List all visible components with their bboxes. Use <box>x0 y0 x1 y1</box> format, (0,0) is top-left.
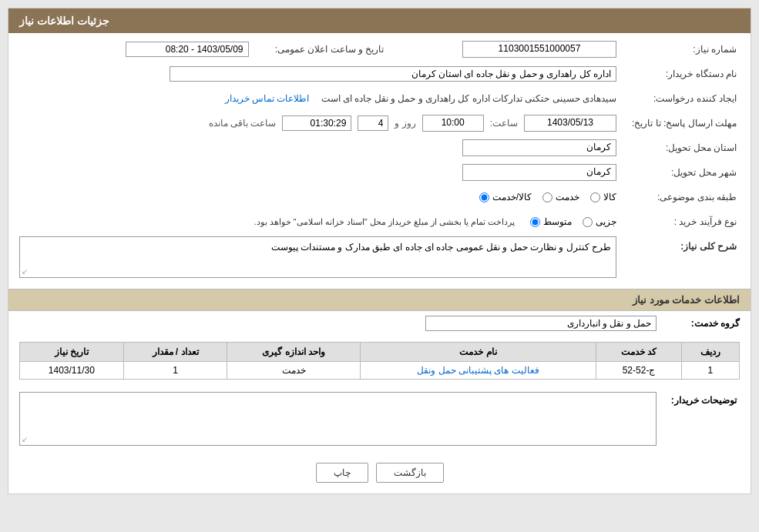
col-service-name: نام خدمت <box>360 343 596 362</box>
description-box: طرح کنترل و نظارت حمل و نقل عمومی جاده ا… <box>19 236 616 278</box>
deadline-days-input: 4 <box>358 115 388 131</box>
category-both-radio[interactable] <box>479 192 489 202</box>
purchase-motavasset-option[interactable]: متوسط <box>530 216 572 227</box>
category-kala-option[interactable]: کالا <box>590 192 616 202</box>
category-kala-khedmat-label: کالا/خدمت <box>492 192 532 202</box>
deadline-time-label: ساعت: <box>490 118 518 129</box>
province-input: کرمان <box>462 139 616 156</box>
creator-label: ایجاد کننده درخواست: <box>616 93 740 104</box>
buyer-desc-area: توضیحات خریدار: ↙ <box>8 386 751 452</box>
need-number-value-cell: 1103001551000057 <box>388 41 617 58</box>
row-need-number: شماره نیاز: 1103001551000057 تاریخ و ساع… <box>19 39 740 59</box>
print-button[interactable]: چاپ <box>316 463 368 483</box>
announcement-date-label: تاریخ و ساعت اعلان عمومی: <box>249 44 388 55</box>
province-label: استان محل تحویل: <box>616 142 740 153</box>
contact-link[interactable]: اطلاعات تماس خریدار <box>225 93 310 104</box>
deadline-remaining-label: ساعت باقی مانده <box>209 118 277 129</box>
need-number-label: شماره نیاز: <box>616 44 740 55</box>
creator-value: سیدهادی حسینی حتکنی تدارکات اداره کل راه… <box>321 93 616 104</box>
resize-indicator: ↙ <box>22 267 28 276</box>
category-kala-label: کالا <box>603 192 616 202</box>
col-service-code: کد خدمت <box>596 343 682 362</box>
row-category: طبقه بندی موضوعی: کالا خدمت کالا/خدمت <box>19 187 740 207</box>
bottom-buttons: بازگشت چاپ <box>8 452 751 494</box>
category-khedmat-option[interactable]: خدمت <box>542 192 579 202</box>
purchase-note: پرداخت تمام یا بخشی از مبلغ خریداز محل "… <box>254 217 515 227</box>
col-rownum: ردیف <box>681 343 739 362</box>
service-group-row: گروه خدمت: حمل و نقل و انبارداری <box>8 311 751 336</box>
deadline-remaining-input: 01:30:29 <box>282 115 351 131</box>
category-kala-radio[interactable] <box>590 192 600 202</box>
row-purchase-type: نوع فرآیند خرید : جزیی متوسط پرداخت تمام… <box>19 212 740 232</box>
buyer-org-label: نام دستگاه خریدار: <box>616 69 740 79</box>
deadline-time-row: 1403/05/13 ساعت: 10:00 روز و 4 01:30:29 … <box>209 115 616 132</box>
city-label: شهر محل تحویل: <box>616 167 740 178</box>
category-radio-group: کالا خدمت کالا/خدمت <box>479 192 616 202</box>
description-label: شرح کلی نیاز: <box>616 236 740 252</box>
services-table-section: ردیف کد خدمت نام خدمت واحد اندازه گیری ت… <box>8 336 751 386</box>
purchase-type-value-cell: جزیی متوسط پرداخت تمام یا بخشی از مبلغ خ… <box>19 216 616 227</box>
page-header: جزئیات اطلاعات نیاز <box>8 8 751 33</box>
row-city: شهر محل تحویل: کرمان <box>19 162 740 182</box>
purchase-jozi-option[interactable]: جزیی <box>583 216 616 227</box>
buyer-desc-label: توضیحات خریدار: <box>663 395 740 406</box>
city-value-cell: کرمان <box>19 164 616 181</box>
col-unit: واحد اندازه گیری <box>227 343 360 362</box>
col-date: تاریخ نیاز <box>20 343 124 362</box>
city-input: کرمان <box>462 164 616 181</box>
purchase-motavasset-radio[interactable] <box>530 217 540 227</box>
buyer-desc-box: ↙ <box>19 392 657 446</box>
row-province: استان محل تحویل: کرمان <box>19 138 740 158</box>
row-deadline: مهلت ارسال پاسخ: تا تاریخ: 1403/05/13 سا… <box>19 113 740 133</box>
row-buyer-org: نام دستگاه خریدار: اداره کل راهداری و حم… <box>19 64 740 84</box>
cell-date: 1403/11/30 <box>20 362 124 380</box>
announcement-date-input: 1403/05/09 - 08:20 <box>126 42 249 57</box>
purchase-jozi-label: جزیی <box>596 216 616 227</box>
category-khedmat-radio[interactable] <box>542 192 552 202</box>
cell-service-code: ج-52-52 <box>596 362 682 380</box>
creator-value-cell: سیدهادی حسینی حتکنی تدارکات اداره کل راه… <box>19 93 616 104</box>
purchase-type-label: نوع فرآیند خرید : <box>616 216 740 227</box>
info-grid: شماره نیاز: 1103001551000057 تاریخ و ساع… <box>8 33 751 289</box>
buyer-desc-resize: ↙ <box>22 435 28 443</box>
services-section-title: اطلاعات خدمات مورد نیاز <box>8 289 751 311</box>
purchase-motavasset-label: متوسط <box>543 216 572 227</box>
back-button[interactable]: بازگشت <box>376 463 444 483</box>
purchase-jozi-radio[interactable] <box>583 217 593 227</box>
deadline-time-input: 10:00 <box>422 115 484 132</box>
deadline-days-label: روز و <box>395 118 415 129</box>
category-value-cell: کالا خدمت کالا/خدمت <box>19 192 616 202</box>
category-khedmat-label: خدمت <box>556 192 579 202</box>
cell-service-name[interactable]: فعالیت های پشتیبانی حمل ونقل <box>360 362 596 380</box>
announcement-date-value-cell: 1403/05/09 - 08:20 <box>19 42 249 57</box>
buyer-org-input: اداره کل راهداری و حمل و نقل جاده ای است… <box>170 66 616 82</box>
province-value-cell: کرمان <box>19 139 616 156</box>
service-group-input: حمل و نقل و انبارداری <box>425 316 657 331</box>
services-table: ردیف کد خدمت نام خدمت واحد اندازه گیری ت… <box>19 342 740 380</box>
row-creator: ایجاد کننده درخواست: سیدهادی حسینی حتکنی… <box>19 89 740 109</box>
service-group-label: گروه خدمت: <box>663 318 740 329</box>
description-text: طرح کنترل و نظارت حمل و نقل عمومی جاده ا… <box>271 242 611 253</box>
deadline-label: مهلت ارسال پاسخ: تا تاریخ: <box>616 118 740 129</box>
need-number-input: 1103001551000057 <box>462 41 616 58</box>
description-value-cell: طرح کنترل و نظارت حمل و نقل عمومی جاده ا… <box>19 236 616 278</box>
cell-quantity: 1 <box>123 362 227 380</box>
table-header-row: ردیف کد خدمت نام خدمت واحد اندازه گیری ت… <box>20 343 740 362</box>
buyer-org-value-cell: اداره کل راهداری و حمل و نقل جاده ای است… <box>19 66 616 82</box>
page-wrapper: جزئیات اطلاعات نیاز شماره نیاز: 11030015… <box>0 0 759 532</box>
col-quantity: تعداد / مقدار <box>123 343 227 362</box>
cell-unit: خدمت <box>227 362 360 380</box>
category-label: طبقه بندی موضوعی: <box>616 192 740 202</box>
table-row: 1 ج-52-52 فعالیت های پشتیبانی حمل ونقل خ… <box>20 362 740 380</box>
page-title: جزئیات اطلاعات نیاز <box>19 15 109 27</box>
deadline-date-input: 1403/05/13 <box>524 115 616 132</box>
purchase-type-radio-group: جزیی متوسط <box>530 216 616 227</box>
main-container: جزئیات اطلاعات نیاز شماره نیاز: 11030015… <box>8 8 751 494</box>
category-kala-khedmat-option[interactable]: کالا/خدمت <box>479 192 532 202</box>
cell-rownum: 1 <box>681 362 739 380</box>
deadline-value-cell: 1403/05/13 ساعت: 10:00 روز و 4 01:30:29 … <box>19 115 616 132</box>
row-description: شرح کلی نیاز: طرح کنترل و نظارت حمل و نق… <box>19 236 740 278</box>
